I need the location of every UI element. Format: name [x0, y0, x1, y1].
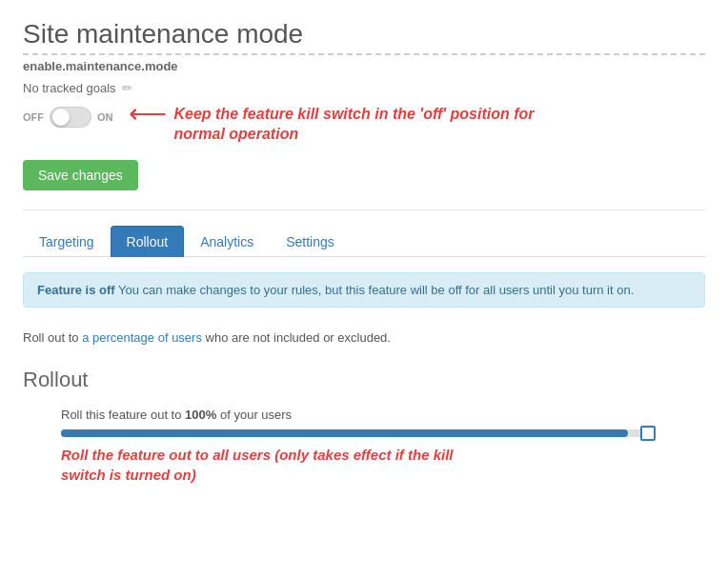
page-title: Site maintenance mode	[23, 19, 705, 55]
feature-off-banner: Feature is off You can make changes to y…	[23, 272, 705, 308]
toggle-annotation: ⟵ Keep the feature kill switch in the 'o…	[129, 105, 536, 145]
feature-key: enable.maintenance.mode	[23, 59, 705, 73]
slider-label-prefix: Roll this feature out to	[61, 408, 181, 422]
toggle-on-label: ON	[97, 111, 113, 123]
tabs-row: Targeting Rollout Analytics Settings	[23, 226, 705, 257]
rollout-description: Roll out to a percentage of users who ar…	[23, 330, 705, 345]
save-changes-button[interactable]: Save changes	[23, 160, 138, 190]
desc-prefix: Roll out to	[23, 330, 79, 345]
tab-rollout[interactable]: Rollout	[111, 226, 185, 257]
arrow-icon: ⟵	[129, 101, 167, 128]
tab-settings[interactable]: Settings	[270, 226, 351, 257]
banner-bold: Feature is off	[37, 283, 115, 297]
slider-fill	[61, 429, 628, 437]
slider-thumb[interactable]	[640, 426, 656, 441]
tab-targeting[interactable]: Targeting	[23, 226, 111, 257]
slider-percentage: 100%	[185, 408, 216, 422]
slider-label: Roll this feature out to 100% of your us…	[61, 408, 705, 422]
toggle-off-label: OFF	[23, 111, 44, 123]
feature-toggle[interactable]	[50, 107, 91, 128]
banner-text: You can make changes to your rules, but …	[118, 283, 634, 297]
toggle-area: OFF ON	[23, 107, 113, 128]
edit-goals-icon[interactable]: ✏	[122, 81, 132, 95]
desc-suffix: who are not included or excluded.	[206, 330, 391, 345]
desc-link[interactable]: a percentage of users	[82, 330, 202, 345]
toggle-knob	[52, 109, 70, 126]
section-divider	[23, 209, 705, 210]
rollout-slider-area: Roll this feature out to 100% of your us…	[23, 408, 705, 485]
rollout-section-title: Rollout	[23, 368, 705, 392]
slider-label-suffix: of your users	[220, 408, 292, 422]
tab-analytics[interactable]: Analytics	[184, 226, 270, 257]
tracked-goals-row: No tracked goals ✏	[23, 81, 705, 95]
slider-track[interactable]	[61, 429, 652, 437]
toggle-annotation-row: OFF ON ⟵ Keep the feature kill switch in…	[23, 105, 705, 145]
slider-annotation: Roll the feature out to all users (only …	[61, 445, 461, 485]
toggle-annotation-text: Keep the feature kill switch in the 'off…	[174, 105, 536, 145]
tracked-goals-label: No tracked goals	[23, 81, 116, 95]
